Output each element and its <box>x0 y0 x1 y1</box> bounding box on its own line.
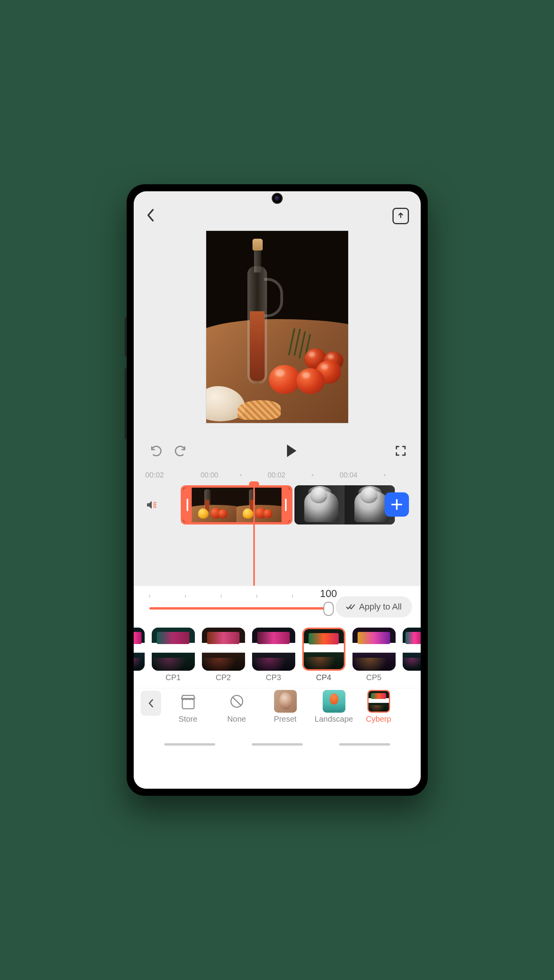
timeline-wrap <box>134 484 421 586</box>
filter-preset-cp2[interactable]: CP2 <box>202 628 245 688</box>
time-mark: 00:02 <box>268 471 285 479</box>
current-time: 00:02 <box>145 471 181 479</box>
category-cyberpunk[interactable]: Cyberp <box>361 690 396 724</box>
none-icon <box>225 690 248 713</box>
double-check-icon <box>346 603 355 611</box>
preview-image[interactable] <box>206 230 349 423</box>
gesture-nav-bar <box>134 736 421 753</box>
filter-preset-cp3[interactable]: CP3 <box>252 628 295 688</box>
clip-frame <box>294 485 345 524</box>
clip-frame <box>236 488 282 522</box>
intensity-thumb[interactable] <box>323 602 334 616</box>
filter-thumb <box>302 628 345 671</box>
category-label: None <box>227 715 246 724</box>
export-button[interactable] <box>392 208 409 224</box>
filter-thumb <box>152 628 195 671</box>
clip-frame <box>192 488 237 522</box>
filter-preset[interactable] <box>141 628 145 688</box>
time-mark: 00:00 <box>200 471 218 479</box>
time-dot <box>240 474 242 476</box>
back-button[interactable] <box>145 208 156 224</box>
undo-button[interactable] <box>148 444 162 458</box>
intensity-value: 100 <box>320 588 337 600</box>
redo-button[interactable] <box>174 444 189 458</box>
filter-preset-cp5[interactable]: CP5 <box>352 628 396 688</box>
category-thumb <box>367 690 390 713</box>
category-store[interactable]: Store <box>167 690 210 724</box>
app-screen: 00:02 00:00 00:02 00:04 <box>134 191 421 789</box>
store-icon <box>177 690 200 713</box>
filter-presets-row[interactable]: CP1 CP2 CP3 CP4 CP5 <box>134 621 421 688</box>
filter-thumb <box>252 628 295 671</box>
intensity-slider[interactable]: 100 <box>142 590 336 617</box>
bottom-panel: 100 Apply to All CP1 <box>134 586 421 789</box>
gesture-back[interactable] <box>339 743 390 746</box>
clip-selected[interactable] <box>181 485 292 524</box>
filter-label: CP1 <box>165 673 181 682</box>
playback-controls <box>134 435 421 466</box>
add-media-button[interactable] <box>385 492 409 517</box>
category-thumb <box>274 690 297 713</box>
category-none[interactable]: None <box>215 690 258 724</box>
phone-frame: 00:02 00:00 00:02 00:04 <box>127 184 428 796</box>
fullscreen-button[interactable] <box>395 445 407 457</box>
filter-preset-cp1[interactable]: CP1 <box>152 628 195 688</box>
timeline-row <box>134 484 421 526</box>
clip-trim-left-handle[interactable] <box>183 488 192 522</box>
apply-to-all-label: Apply to All <box>359 602 402 612</box>
playhead[interactable] <box>253 484 255 586</box>
gesture-home[interactable] <box>252 743 303 746</box>
play-button[interactable] <box>189 445 395 457</box>
filter-label: CP5 <box>366 673 381 682</box>
time-mark: 00:04 <box>340 471 357 479</box>
filter-label: CP4 <box>316 673 331 682</box>
filter-thumb <box>352 628 396 671</box>
category-label: Landscape <box>315 715 353 724</box>
filter-category-row[interactable]: Store None Preset Landscape <box>134 688 421 736</box>
category-thumb <box>323 690 345 713</box>
filter-preset[interactable] <box>403 628 421 688</box>
time-dot <box>312 474 313 476</box>
camera-hole <box>272 193 283 204</box>
category-label: Preset <box>274 715 297 724</box>
filter-intensity-row: 100 Apply to All <box>134 586 421 621</box>
apply-to-all-button[interactable]: Apply to All <box>336 596 412 617</box>
gesture-recent[interactable] <box>164 743 215 746</box>
time-dot <box>384 474 385 476</box>
filter-preset-cp4[interactable]: CP4 <box>302 628 345 688</box>
preview-area <box>134 227 421 435</box>
clips-track[interactable] <box>181 485 421 524</box>
category-preset[interactable]: Preset <box>264 690 307 724</box>
timeline-ruler: 00:02 00:00 00:02 00:04 <box>134 466 421 484</box>
clip[interactable] <box>294 485 395 524</box>
category-label: Store <box>179 715 198 724</box>
category-back-button[interactable] <box>141 691 161 716</box>
audio-button[interactable] <box>145 499 181 511</box>
clip-trim-right-handle[interactable] <box>282 488 290 522</box>
category-label: Cyberp <box>366 715 391 724</box>
filter-thumb <box>202 628 245 671</box>
filter-label: CP2 <box>216 673 231 682</box>
category-landscape[interactable]: Landscape <box>312 690 356 724</box>
filter-label: CP3 <box>266 673 281 682</box>
